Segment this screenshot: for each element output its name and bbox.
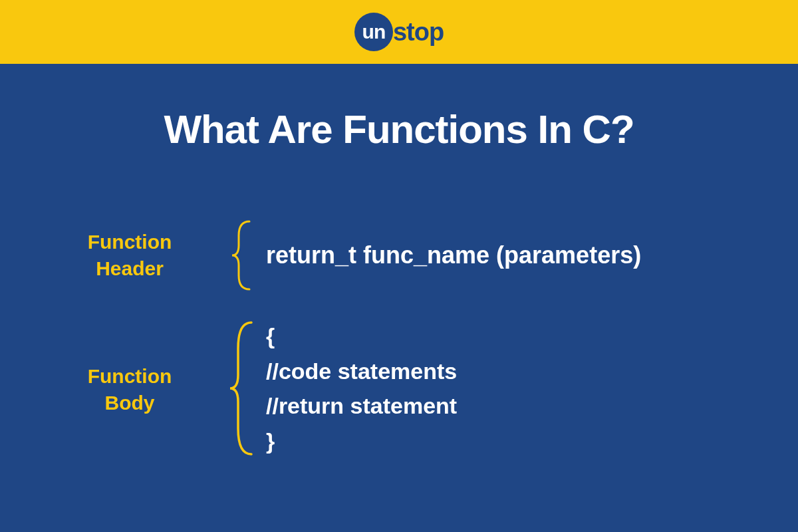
curly-brace-icon	[226, 319, 259, 458]
brace-icon-header	[219, 219, 266, 292]
function-header-label-line1: Function	[40, 229, 219, 256]
function-header-code: return_t func_name (parameters)	[266, 237, 758, 274]
logo-suffix-text: stop	[393, 18, 444, 47]
function-body-code: { //code statements //return statement }	[266, 319, 758, 459]
brace-icon-body	[219, 319, 266, 458]
content-area: What Are Functions In C? Function Header…	[0, 64, 798, 459]
body-code-line-4: }	[266, 424, 758, 459]
header-bar: un stop	[0, 0, 798, 64]
function-header-label: Function Header	[40, 229, 219, 283]
body-code-line-1: {	[266, 319, 758, 354]
function-body-label: Function Body	[40, 360, 219, 417]
function-header-row: Function Header return_t func_name (para…	[40, 219, 758, 292]
logo-circle-text: un	[362, 21, 386, 43]
function-header-label-line2: Header	[40, 255, 219, 283]
body-code-line-2: //code statements	[266, 354, 758, 389]
function-body-label-line1: Function	[40, 363, 219, 390]
logo-circle: un	[354, 13, 393, 51]
page-title: What Are Functions In C?	[40, 106, 758, 152]
brand-logo: un stop	[354, 13, 444, 51]
curly-brace-icon	[229, 219, 256, 292]
function-body-label-line2: Body	[40, 390, 219, 417]
function-body-row: Function Body { //code statements //retu…	[40, 319, 758, 459]
body-code-line-3: //return statement	[266, 388, 758, 424]
